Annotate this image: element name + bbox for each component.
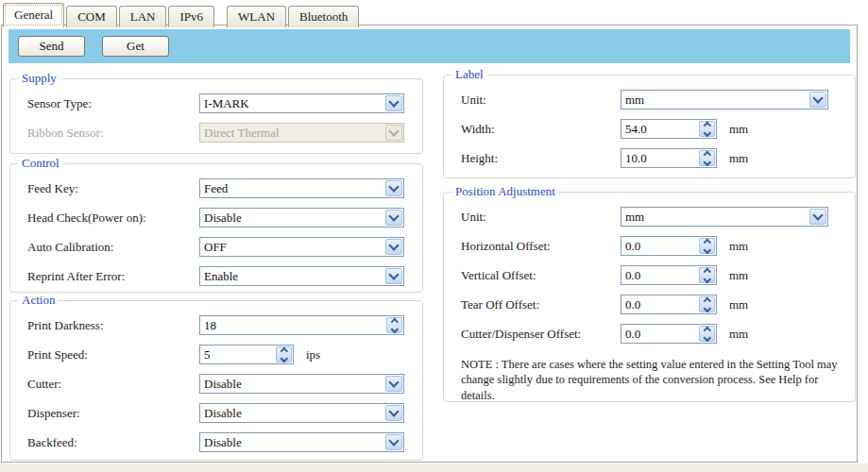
chevron-down-icon[interactable] bbox=[385, 210, 402, 226]
chevron-down-icon[interactable] bbox=[385, 405, 402, 421]
feed-key-value: Feed bbox=[200, 181, 384, 196]
spinner-up-down-icon[interactable] bbox=[699, 267, 715, 283]
cutter-select[interactable]: Disable bbox=[199, 374, 404, 394]
tab-bluetooth[interactable]: Bluetooth bbox=[288, 6, 359, 27]
cutter-dispenser-offset-label: Cutter/Dispenser Offset: bbox=[461, 327, 621, 342]
feed-key-row: Feed Key: Feed bbox=[27, 178, 422, 198]
label-width-input[interactable] bbox=[621, 120, 698, 138]
tab-ipv6[interactable]: IPv6 bbox=[168, 6, 214, 27]
auto-calibration-row: Auto Calibration: OFF bbox=[27, 237, 422, 257]
vertical-offset-stepper bbox=[621, 265, 717, 285]
print-speed-row: Print Speed: ips bbox=[27, 345, 422, 364]
label-group-title: Label bbox=[451, 67, 487, 81]
head-check-row: Head Check(Power on): Disable bbox=[27, 208, 422, 228]
label-height-row: Height: mm bbox=[461, 148, 855, 168]
tear-off-offset-label: Tear Off Offset: bbox=[461, 297, 621, 312]
cutter-dispenser-offset-stepper bbox=[621, 324, 717, 344]
chevron-down-icon[interactable] bbox=[809, 92, 826, 108]
label-unit-select[interactable]: mm bbox=[621, 90, 828, 110]
dispenser-select[interactable]: Disable bbox=[199, 403, 404, 423]
cutter-row: Cutter: Disable bbox=[27, 374, 422, 394]
print-darkness-label: Print Darkness: bbox=[27, 318, 199, 333]
print-speed-input[interactable] bbox=[200, 346, 275, 363]
action-group-title: Action bbox=[18, 293, 59, 307]
chevron-down-icon[interactable] bbox=[385, 376, 402, 392]
spinner-up-down-icon[interactable] bbox=[699, 238, 715, 254]
position-adjustment-group-title: Position Adjustment bbox=[451, 184, 559, 198]
feed-key-label: Feed Key: bbox=[27, 181, 199, 196]
tab-lan[interactable]: LAN bbox=[119, 6, 167, 27]
backfeed-select[interactable]: Disable bbox=[199, 432, 404, 452]
vertical-offset-input[interactable] bbox=[621, 266, 698, 284]
print-speed-stepper bbox=[199, 345, 294, 364]
tab-bluetooth-label: Bluetooth bbox=[299, 9, 348, 24]
spinner-up-down-icon[interactable] bbox=[699, 121, 715, 137]
dispenser-label: Dispenser: bbox=[27, 406, 199, 421]
supply-group: Supply Sensor Type: I-MARK Ribbon Sensor… bbox=[9, 78, 423, 154]
backfeed-label: Backfeed: bbox=[27, 435, 199, 450]
sensor-type-row: Sensor Type: I-MARK bbox=[27, 93, 422, 113]
sensor-type-select[interactable]: I-MARK bbox=[199, 93, 404, 113]
supply-group-title: Supply bbox=[18, 71, 60, 85]
reprint-after-error-label: Reprint After Error: bbox=[27, 269, 199, 284]
chevron-down-icon[interactable] bbox=[385, 268, 402, 284]
spinner-up-down-icon[interactable] bbox=[699, 326, 715, 342]
spinner-up-down-icon[interactable] bbox=[276, 346, 292, 362]
cutter-value: Disable bbox=[200, 377, 384, 392]
feed-key-select[interactable]: Feed bbox=[199, 178, 404, 198]
spinner-up-down-icon[interactable] bbox=[386, 317, 402, 333]
tab-bar: General COM LAN IPv6 WLAN Bluetooth bbox=[3, 3, 361, 27]
tab-general[interactable]: General bbox=[3, 3, 64, 27]
tab-general-label: General bbox=[14, 8, 53, 22]
reprint-after-error-value: Enable bbox=[200, 269, 384, 284]
tab-com-label: COM bbox=[77, 9, 106, 24]
conversion-note: NOTE : There are cases where the setting… bbox=[461, 357, 843, 403]
chevron-down-icon bbox=[385, 125, 402, 141]
tab-wlan[interactable]: WLAN bbox=[227, 6, 286, 27]
label-height-input[interactable] bbox=[621, 149, 698, 167]
tear-off-offset-input[interactable] bbox=[621, 295, 698, 313]
head-check-select[interactable]: Disable bbox=[199, 208, 404, 228]
spinner-up-down-icon[interactable] bbox=[699, 296, 715, 312]
horizontal-offset-input[interactable] bbox=[621, 237, 698, 255]
control-group: Control Feed Key: Feed Head Check(Power … bbox=[9, 163, 423, 293]
auto-calibration-select[interactable]: OFF bbox=[199, 237, 404, 257]
tab-com[interactable]: COM bbox=[66, 6, 117, 27]
chevron-down-icon[interactable] bbox=[385, 180, 402, 196]
print-speed-unit: ips bbox=[306, 347, 320, 362]
reprint-after-error-select[interactable]: Enable bbox=[199, 266, 404, 286]
cutter-label: Cutter: bbox=[27, 377, 199, 392]
print-darkness-input[interactable] bbox=[200, 316, 385, 334]
horizontal-offset-stepper bbox=[621, 236, 717, 256]
toolbar-band: Send Get bbox=[9, 29, 850, 63]
cutter-dispenser-offset-input[interactable] bbox=[621, 325, 698, 343]
chevron-down-icon[interactable] bbox=[385, 434, 402, 450]
chevron-down-icon[interactable] bbox=[809, 209, 826, 225]
vertical-offset-row: Vertical Offset: mm bbox=[461, 265, 855, 285]
get-button[interactable]: Get bbox=[102, 36, 169, 57]
label-unit-row: Unit: mm bbox=[461, 90, 855, 110]
tab-ipv6-label: IPv6 bbox=[179, 9, 203, 24]
label-width-label: Width: bbox=[461, 122, 621, 137]
sensor-type-label: Sensor Type: bbox=[27, 96, 199, 111]
print-darkness-row: Print Darkness: bbox=[27, 315, 422, 335]
tear-off-offset-row: Tear Off Offset: mm bbox=[461, 295, 855, 314]
sensor-type-value: I-MARK bbox=[200, 96, 384, 111]
vertical-offset-unit: mm bbox=[729, 268, 748, 283]
chevron-down-icon[interactable] bbox=[385, 95, 402, 111]
print-darkness-stepper bbox=[199, 315, 404, 335]
ribbon-sensor-select: Direct Thermal bbox=[199, 123, 404, 143]
tab-lan-label: LAN bbox=[130, 9, 156, 24]
label-height-stepper bbox=[621, 148, 717, 168]
chevron-down-icon[interactable] bbox=[385, 239, 402, 255]
position-unit-row: Unit: mm bbox=[461, 207, 855, 227]
printer-setting-tool-window: General COM LAN IPv6 WLAN Bluetooth Send… bbox=[0, 0, 868, 472]
spinner-up-down-icon[interactable] bbox=[699, 150, 715, 166]
ribbon-sensor-row: Ribbon Sensor: Direct Thermal bbox=[27, 123, 422, 143]
label-unit-value: mm bbox=[621, 93, 808, 108]
ribbon-sensor-label: Ribbon Sensor: bbox=[27, 126, 199, 141]
dispenser-row: Dispenser: Disable bbox=[27, 403, 422, 423]
position-unit-select[interactable]: mm bbox=[621, 207, 828, 227]
backfeed-value: Disable bbox=[200, 435, 384, 450]
send-button[interactable]: Send bbox=[18, 36, 85, 57]
